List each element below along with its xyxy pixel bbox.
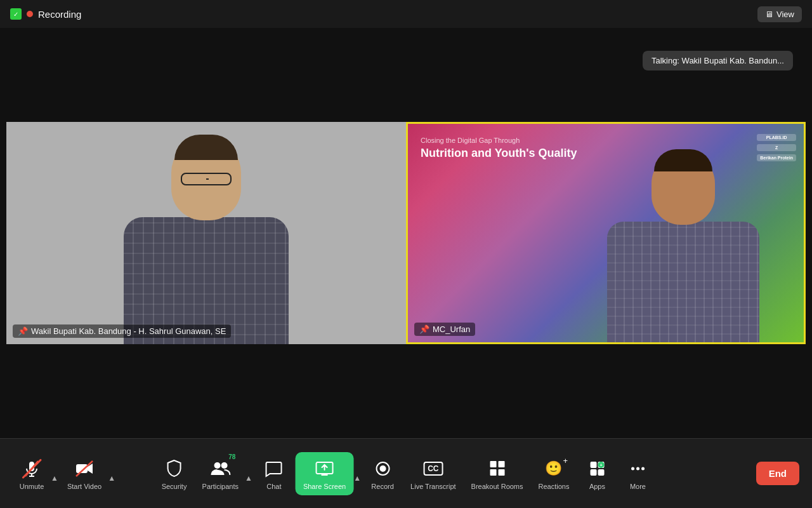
- toolbar: Unmute ▲ Start Video ▲: [0, 438, 812, 508]
- cam-right-body: [607, 222, 759, 342]
- participants-label: Participants: [202, 483, 239, 490]
- logo1: PLABS.ID: [757, 134, 796, 141]
- logo2: Z: [757, 144, 796, 151]
- shield-icon: ✓: [10, 8, 22, 20]
- pin-icon-left: 📌: [18, 326, 28, 336]
- svg-rect-15: [590, 469, 596, 476]
- participants-svg: [210, 460, 230, 478]
- svg-point-19: [631, 467, 634, 470]
- slide-subtitle: Closing the Digital Gap Through: [421, 137, 728, 144]
- video-caret[interactable]: ▲: [108, 474, 115, 495]
- participants-caret[interactable]: ▲: [245, 474, 252, 495]
- apps-button[interactable]: + Apps: [578, 452, 616, 495]
- share-screen-button[interactable]: Share Screen: [296, 452, 353, 495]
- share-screen-icon: [313, 457, 336, 480]
- view-label: View: [776, 10, 794, 19]
- svg-rect-16: [598, 469, 604, 476]
- monitor-icon: 🖥: [765, 10, 773, 19]
- svg-point-7: [221, 462, 227, 469]
- video-svg: [75, 460, 94, 478]
- toolbar-right: End: [756, 462, 799, 485]
- unmute-label: Unmute: [20, 483, 44, 490]
- cam-left-head: [171, 138, 241, 220]
- unmute-button[interactable]: Unmute: [13, 452, 51, 495]
- svg-rect-0: [29, 462, 34, 471]
- security-button[interactable]: Security: [155, 452, 193, 495]
- mic-svg: [23, 460, 41, 478]
- plus-icon: +: [563, 456, 568, 465]
- apps-icon: +: [586, 457, 608, 480]
- video-right-label: 📌 MC_Urfan: [414, 323, 475, 336]
- participants-button[interactable]: 78 Participants: [196, 452, 245, 495]
- breakout-rooms-button[interactable]: Breakout Rooms: [465, 452, 530, 495]
- mic-icon: [20, 457, 43, 480]
- apps-svg: +: [588, 460, 606, 478]
- breakout-rooms-label: Breakout Rooms: [471, 483, 523, 490]
- record-svg: [374, 460, 391, 478]
- share-svg: [315, 461, 334, 476]
- talking-text: Talking: Wakil Bupati Kab. Bandun...: [652, 56, 784, 65]
- svg-point-21: [641, 467, 645, 470]
- grid-icon: [490, 461, 504, 476]
- record-label: Record: [371, 483, 393, 490]
- video-right-panel: Closing the Digital Gap Through Nutritio…: [406, 122, 806, 344]
- toolbar-center: Security 78 Participants ▲: [155, 452, 657, 495]
- cam-right-figure: [588, 152, 778, 342]
- video-left-label: 📌 Wakil Bupati Kab. Bandung - H. Sahrul …: [13, 324, 231, 338]
- cam-right: Closing the Digital Gap Through Nutritio…: [408, 124, 804, 342]
- video-left-panel: 📌 Wakil Bupati Kab. Bandung - H. Sahrul …: [6, 122, 406, 344]
- svg-point-20: [636, 467, 639, 470]
- cam-right-head: [652, 152, 715, 225]
- pin-icon-right: 📌: [419, 324, 429, 334]
- reactions-icon: 🙂 +: [542, 457, 565, 480]
- end-button[interactable]: End: [756, 462, 799, 485]
- shield-svg: [166, 459, 183, 478]
- share-screen-label: Share Screen: [303, 483, 346, 490]
- share-caret[interactable]: ▲: [353, 474, 361, 495]
- chat-svg: [265, 460, 283, 478]
- cam-left-figure: [98, 138, 314, 344]
- participants-icon: 78: [209, 457, 232, 480]
- view-button[interactable]: 🖥 View: [757, 6, 802, 22]
- live-transcript-icon: CC: [422, 457, 445, 480]
- video-icon: [73, 457, 96, 480]
- talking-badge: Talking: Wakil Bupati Kab. Bandun...: [643, 51, 793, 70]
- security-icon: [163, 457, 186, 480]
- video-area: 📌 Wakil Bupati Kab. Bandung - H. Sahrul …: [0, 28, 812, 438]
- chat-icon: [263, 457, 285, 480]
- toolbar-left: Unmute ▲ Start Video ▲: [13, 452, 115, 495]
- chat-label: Chat: [266, 483, 281, 490]
- more-icon: [626, 457, 649, 480]
- cc-label: CC: [423, 462, 443, 476]
- breakout-rooms-icon: [486, 457, 509, 480]
- security-label: Security: [162, 483, 187, 490]
- reactions-label: Reactions: [539, 483, 570, 490]
- more-button[interactable]: More: [619, 452, 657, 495]
- record-icon: [371, 457, 394, 480]
- svg-text:+: +: [599, 463, 602, 467]
- svg-point-12: [379, 465, 386, 472]
- svg-rect-13: [590, 462, 596, 468]
- cam-left-glasses: [181, 173, 232, 185]
- more-label: More: [630, 483, 646, 490]
- record-button[interactable]: Record: [363, 452, 402, 495]
- live-transcript-label: Live Transcript: [410, 483, 456, 490]
- start-video-label: Start Video: [67, 483, 102, 490]
- emoji-icon: 🙂: [545, 460, 562, 477]
- svg-point-6: [214, 462, 220, 469]
- recording-label: Recording: [38, 9, 81, 20]
- reactions-button[interactable]: 🙂 + Reactions: [532, 452, 576, 495]
- video-left-name: Wakil Bupati Kab. Bandung - H. Sahrul Gu…: [31, 326, 226, 336]
- recording-indicator: ✓ Recording: [10, 8, 81, 20]
- live-transcript-button[interactable]: CC Live Transcript: [404, 452, 462, 495]
- cam-left: [6, 122, 406, 344]
- apps-label: Apps: [589, 483, 605, 490]
- top-bar: ✓ Recording 🖥 View: [0, 0, 812, 28]
- video-right-name: MC_Urfan: [433, 324, 470, 334]
- unmute-caret[interactable]: ▲: [51, 474, 58, 495]
- more-svg: [629, 460, 646, 478]
- start-video-button[interactable]: Start Video: [61, 452, 108, 495]
- participants-count: 78: [228, 453, 235, 460]
- recording-dot: [27, 11, 33, 17]
- chat-button[interactable]: Chat: [255, 452, 293, 495]
